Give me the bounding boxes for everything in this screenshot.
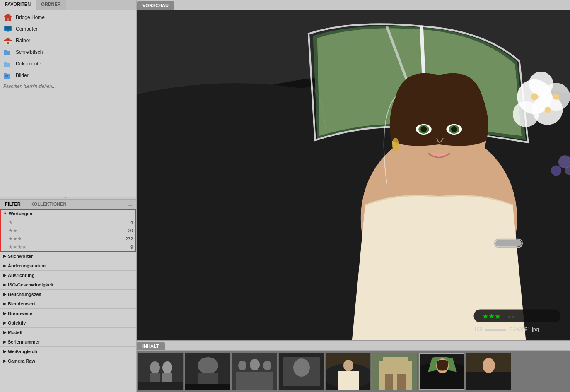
bilder-label: Bilder (16, 72, 29, 78)
thumbnail-2[interactable] (185, 353, 230, 390)
chevron-right-icon-3: ▶ (3, 273, 6, 277)
tab-inhalt[interactable]: INHALT (137, 342, 165, 350)
thumbnail-1[interactable] (138, 353, 184, 390)
filter-row-2star[interactable]: ★★ 20 (0, 226, 136, 235)
filter-section-modell: ▶ Modell (0, 328, 136, 337)
filter-menu-button[interactable]: ☰ (124, 199, 136, 209)
svg-point-60 (238, 361, 246, 370)
preview-tab-bar: VORSCHAU (137, 0, 570, 10)
filter-section-brennweite: ▶ Brennweite (0, 309, 136, 318)
svg-point-39 (553, 94, 559, 100)
count-3star: 232 (121, 236, 133, 241)
chevron-right-icon-9: ▶ (3, 330, 6, 334)
svg-rect-5 (7, 31, 9, 32)
right-area: VORSCHAU (137, 0, 570, 392)
svg-text:168_▬▬▬▬_S6A0091.jpg: 168_▬▬▬▬_S6A0091.jpg (473, 327, 539, 332)
filter-section-wertungen-header[interactable]: ▼ Wertungen (0, 209, 136, 218)
content-tab-bar: INHALT (137, 341, 570, 351)
svg-rect-75 (385, 374, 393, 390)
filter-section-stichworter: ▶ Stichwörter (0, 252, 136, 261)
filter-section-stichworter-label: Stichwörter (8, 254, 33, 259)
filter-section-seriennummer-label: Seriennummer (8, 339, 40, 344)
filter-section-objektiv-header[interactable]: ▶ Objektiv (0, 318, 136, 327)
filter-section-belichtungszeit-label: Belichtungszeit (8, 292, 41, 297)
sidebar-item-dokumente[interactable]: Dokumente (0, 58, 136, 70)
filter-section-cameraraw: ▶ Camera Raw (0, 356, 136, 366)
star-4: ★★★★ (8, 244, 121, 250)
count-4star: 9 (121, 245, 133, 250)
filter-section-belichtungszeit-header[interactable]: ▶ Belichtungszeit (0, 290, 136, 299)
filter-row-3star[interactable]: ★★★ 232 (0, 235, 136, 243)
sidebar-item-bilder[interactable]: Bilder (0, 70, 136, 81)
thumbnail-8[interactable] (466, 353, 511, 390)
chevron-down-icon: ▼ (3, 212, 7, 216)
svg-point-30 (451, 126, 457, 132)
filter-section-ausrichtung-header[interactable]: ▶ Ausrichtung (0, 271, 136, 280)
sidebar-item-rainer[interactable]: Rainer (0, 35, 136, 46)
sidebar-item-schreibtisch[interactable]: Schreibtisch (0, 46, 136, 58)
filter-section-objektiv-label: Objektiv (8, 320, 26, 325)
svg-rect-12 (4, 50, 7, 52)
sidebar-tab-bar: FAVORITEN ORDNER (0, 0, 136, 10)
filter-section-stichworter-header[interactable]: ▶ Stichwörter (0, 252, 136, 261)
chevron-right-icon-6: ▶ (3, 302, 6, 306)
bridge-home-icon (3, 14, 12, 21)
filter-row-1star[interactable]: ★ 4 (0, 218, 136, 226)
filter-section-modell-label: Modell (8, 330, 22, 335)
svg-rect-76 (397, 374, 406, 390)
svg-rect-63 (236, 372, 273, 390)
star-1: ★ (8, 219, 121, 225)
svg-rect-43 (495, 240, 522, 247)
filter-row-4star[interactable]: ★★★★ 9 (0, 243, 136, 251)
rainer-label: Rainer (16, 38, 30, 43)
filter-panel: ▼ Wertungen ★ 4 ★★ 20 ★★★ 232 (0, 209, 136, 392)
rainer-icon (3, 37, 12, 44)
tab-kollektionen[interactable]: KOLLEKTIONEN (26, 200, 72, 208)
filter-section-weissabgleich-header[interactable]: ▶ Weißabgleich (0, 347, 136, 356)
content-section: INHALT (137, 340, 570, 392)
thumbnail-5[interactable] (325, 353, 371, 390)
filter-section-seriennummer-header[interactable]: ▶ Seriennummer (0, 337, 136, 346)
star-3: ★★★ (8, 236, 121, 242)
svg-rect-9 (7, 42, 9, 44)
filter-section-modell-header[interactable]: ▶ Modell (0, 328, 136, 337)
thumbnails-bar (137, 351, 570, 392)
sidebar-item-computer[interactable]: Computer (0, 23, 136, 35)
svg-point-38 (544, 107, 551, 113)
svg-point-27 (421, 126, 427, 132)
chevron-right-icon-5: ▶ (3, 292, 6, 296)
filter-section-brennweite-label: Brennweite (8, 311, 32, 316)
svg-point-61 (250, 359, 260, 370)
svg-point-50 (150, 361, 160, 374)
chevron-right-icon-4: ▶ (3, 283, 6, 287)
svg-rect-2 (7, 18, 9, 21)
filter-section-iso-header[interactable]: ▶ ISO-Geschwindigkeit (0, 280, 136, 289)
filter-section-cameraraw-header[interactable]: ▶ Camera Raw (0, 356, 136, 366)
tab-vorschau[interactable]: VORSCHAU (137, 1, 174, 10)
svg-rect-73 (379, 361, 412, 390)
svg-point-66 (293, 358, 310, 377)
chevron-right-icon: ▶ (3, 254, 6, 258)
computer-label: Computer (16, 26, 38, 32)
favorites-list: Bridge Home Computer (0, 10, 136, 197)
tab-favoriten[interactable]: FAVORITEN (0, 0, 36, 10)
svg-rect-4 (5, 26, 11, 30)
filter-section-blendenwert-header[interactable]: ▶ Blendenwert (0, 299, 136, 308)
chevron-right-icon-11: ▶ (3, 349, 6, 354)
sidebar-item-bridge-home[interactable]: Bridge Home (0, 12, 136, 23)
tab-filter[interactable]: FILTER (0, 200, 26, 208)
svg-rect-82 (466, 372, 511, 390)
svg-rect-17 (5, 75, 8, 77)
thumbnail-3[interactable] (232, 353, 277, 390)
thumbnail-7-selected[interactable] (419, 353, 464, 390)
tab-ordner[interactable]: ORDNER (36, 0, 66, 10)
svg-point-83 (483, 358, 495, 373)
svg-point-34 (513, 101, 539, 127)
thumbnail-6[interactable] (372, 353, 418, 390)
filter-section-anderungsdatum-header[interactable]: ▶ Änderungsdatum (0, 261, 136, 270)
filter-section-brennweite-header[interactable]: ▶ Brennweite (0, 309, 136, 318)
filter-section-wertungen-label: Wertungen (9, 211, 32, 216)
svg-rect-14 (4, 62, 7, 63)
filter-section-belichtungszeit: ▶ Belichtungszeit (0, 290, 136, 299)
thumbnail-4[interactable] (278, 353, 324, 390)
